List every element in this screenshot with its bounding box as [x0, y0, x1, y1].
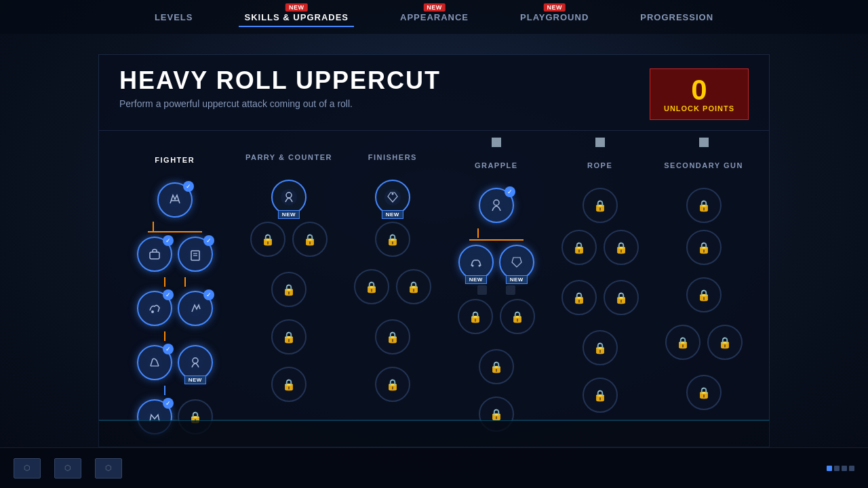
rope-node-1[interactable]: 🔒: [583, 188, 618, 223]
rope-node-4[interactable]: 🔒: [583, 330, 618, 365]
secondary-gun-column: SECONDARY GUN 🔒 🔒 🔒 🔒 🔒 🔒: [652, 131, 755, 439]
nav-badge-appearance: NEW: [423, 3, 446, 12]
grapple-node-2a[interactable]: NEW: [458, 245, 494, 280]
sec-gun-indicator: [699, 138, 709, 147]
sec-gun-node-4b[interactable]: 🔒: [707, 325, 743, 360]
sec-gun-node-1[interactable]: 🔒: [686, 188, 722, 223]
rope-node-3b[interactable]: 🔒: [604, 280, 639, 315]
sys-icon-4: [849, 466, 854, 471]
grapple-node-3a[interactable]: 🔒: [458, 299, 493, 334]
new-badge-finishers-1: NEW: [382, 210, 403, 219]
rope-row-3: 🔒 🔒: [561, 277, 639, 318]
sec-gun-row-4: 🔒 🔒: [665, 322, 743, 363]
sec-gun-node-2[interactable]: 🔒: [686, 230, 722, 265]
category-label-parry: PARRY & COUNTER: [245, 147, 332, 167]
main-panel: HEAVY ROLL UPPERCUT Perform a powerful u…: [98, 54, 770, 420]
nav-badge-playground: NEW: [543, 3, 566, 12]
svg-point-9: [187, 300, 203, 317]
grapple-node-1[interactable]: ✓: [479, 188, 514, 223]
parry-column: PARRY & COUNTER NEW 🔒 🔒 🔒 🔒 🔒: [237, 131, 340, 439]
sys-icon-3: [842, 466, 847, 471]
unlock-number: 0: [664, 76, 734, 104]
taskbar-btn-1[interactable]: ⬡: [14, 458, 41, 479]
sec-gun-node-4a[interactable]: 🔒: [665, 325, 701, 360]
fighter-row-2: ✓ ✓: [137, 234, 213, 274]
category-label-grapple: GRAPPLE: [475, 155, 518, 176]
unlock-label: UNLOCK POINTS: [664, 104, 734, 113]
taskbar-right: [827, 466, 854, 471]
rope-column: ROPE 🔒 🔒 🔒 🔒 🔒 🔒 🔒: [548, 131, 652, 439]
finishers-node-3b[interactable]: 🔒: [396, 269, 431, 304]
svg-point-14: [281, 189, 297, 205]
nav-playground[interactable]: NEW PLAYGROUND: [515, 9, 594, 26]
finishers-node-2[interactable]: 🔒: [375, 222, 410, 257]
sys-icon-2: [834, 466, 840, 471]
parry-node-4[interactable]: 🔒: [271, 319, 307, 354]
grapple-node-2b[interactable]: NEW: [499, 245, 534, 280]
grapple-row-1: ✓: [479, 185, 514, 226]
fighter-tree: ✓: [113, 180, 237, 439]
nav-progression[interactable]: PROGRESSION: [635, 9, 719, 26]
finishers-node-3a[interactable]: 🔒: [354, 269, 389, 304]
parry-node-5[interactable]: 🔒: [271, 367, 307, 402]
skill-description: Perform a powerful uppercut attack comin…: [119, 98, 441, 109]
svg-point-10: [146, 354, 163, 371]
nav-skills[interactable]: NEW SKILLS & UPGRADES: [239, 9, 354, 26]
parry-node-2a[interactable]: 🔒: [250, 222, 285, 257]
category-label-finishers: FINISHERS: [368, 147, 417, 167]
check-badge-5a: ✓: [163, 398, 174, 409]
parry-row-2: 🔒 🔒: [250, 219, 328, 260]
taskbar: ⬡ ⬡ ⬡: [0, 447, 868, 488]
grapple-row-3: 🔒 🔒: [458, 296, 535, 337]
svg-point-1: [146, 246, 163, 262]
new-badge-g2b: NEW: [506, 275, 528, 284]
nav-levels[interactable]: LEVELS: [149, 9, 199, 26]
check-badge-4a: ✓: [163, 344, 174, 354]
fighter-row-1: ✓: [157, 180, 193, 220]
parry-node-2b[interactable]: 🔒: [292, 222, 328, 257]
new-badge-4b: NEW: [184, 375, 206, 384]
taskbar-btn-2[interactable]: ⬡: [54, 458, 81, 479]
fighter-node-4a[interactable]: ✓: [137, 345, 172, 380]
sec-gun-node-5[interactable]: 🔒: [686, 375, 722, 410]
svg-point-22: [478, 265, 480, 267]
parry-node-1[interactable]: NEW: [271, 180, 307, 215]
check-badge-2a: ✓: [163, 235, 174, 246]
fighter-node-1[interactable]: ✓: [157, 182, 193, 218]
taskbar-btn-3[interactable]: ⬡: [95, 458, 122, 479]
grapple-node-4[interactable]: 🔒: [479, 349, 514, 384]
svg-point-8: [151, 310, 154, 313]
svg-point-23: [509, 254, 525, 270]
finishers-node-4[interactable]: 🔒: [375, 319, 410, 354]
rope-indicator: [595, 138, 605, 147]
rope-node-5[interactable]: 🔒: [583, 378, 618, 413]
fighter-node-3a[interactable]: ✓: [137, 291, 172, 326]
rope-node-3a[interactable]: 🔒: [561, 280, 597, 315]
skills-area: FIGHTER ✓: [99, 131, 769, 439]
check-badge-1: ✓: [183, 181, 194, 192]
parry-node-3[interactable]: 🔒: [271, 272, 307, 307]
grapple-node-3b[interactable]: 🔒: [500, 299, 535, 334]
svg-point-17: [391, 193, 393, 195]
nav-appearance[interactable]: NEW APPEARANCE: [395, 9, 474, 26]
navigation: LEVELS NEW SKILLS & UPGRADES NEW APPEARA…: [0, 0, 868, 34]
fighter-node-3b[interactable]: ✓: [178, 291, 213, 326]
grapple-indicator-1: [492, 138, 501, 147]
check-badge-3a: ✓: [163, 289, 174, 300]
fighter-node-4b[interactable]: NEW: [178, 345, 213, 380]
sec-gun-node-3[interactable]: 🔒: [686, 277, 722, 312]
rope-node-2a[interactable]: 🔒: [561, 230, 597, 265]
rope-node-2b[interactable]: 🔒: [604, 230, 639, 265]
nav-badge-skills: NEW: [285, 3, 308, 12]
new-badge-g2a: NEW: [465, 275, 487, 284]
check-badge-2b: ✓: [203, 235, 214, 246]
fighter-node-2b[interactable]: ✓: [178, 237, 213, 272]
finishers-node-5[interactable]: 🔒: [375, 367, 410, 402]
rope-row-2: 🔒 🔒: [561, 227, 639, 268]
finishers-node-1[interactable]: NEW: [375, 180, 410, 215]
sys-icon-1: [827, 466, 832, 471]
category-label-rope: ROPE: [587, 155, 612, 176]
check-badge-3b: ✓: [203, 289, 214, 300]
fighter-node-2a[interactable]: ✓: [137, 237, 172, 272]
grapple-row-2: NEW NEW: [458, 242, 534, 283]
